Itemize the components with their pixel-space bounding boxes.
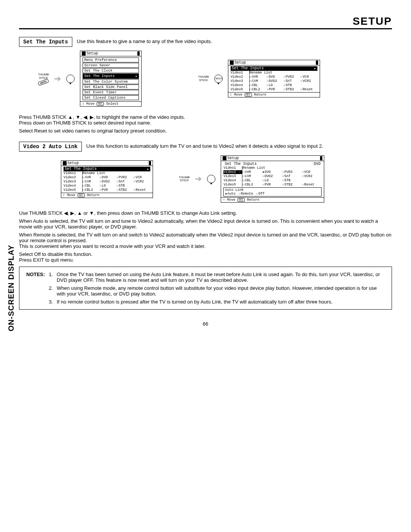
arrow-icon: ➔ <box>54 74 61 84</box>
thumb-stick-label: THUMBSTICK <box>38 73 49 80</box>
instruction-text: This is convenient when you want to reco… <box>19 243 392 249</box>
instruction-text: Press down on THUMB STICK to select desi… <box>19 120 392 126</box>
instruction-text: Press EXIT to quit menu. <box>19 257 392 263</box>
select-icon: SELECT <box>214 75 223 83</box>
section-title-auto-link: Video 2 Auto Link <box>19 142 82 152</box>
instruction-text: When Auto is selected, the TV will turn … <box>19 218 392 230</box>
osd-set-inputs-autolink: Setup Set The InputsDVD Video1Rename Lis… <box>221 155 324 203</box>
section-title-set-inputs: Set The Inputs <box>19 37 72 47</box>
instruction-text: Press THUMB STICK ▲, ▼, ◀, ▶, to highlig… <box>19 114 392 120</box>
thumb-stick-icon <box>207 175 215 183</box>
notes-box: NOTES: 1. Once the TV has been turned on… <box>19 267 392 310</box>
thumb-stick-label: THUMBSTICK <box>198 75 209 82</box>
thumb-stick-icon <box>66 75 75 83</box>
page-number: 66 <box>19 321 392 327</box>
instruction-text: Use THUMB STICK ◀, ▶, ▲ or ▼, then press… <box>19 210 392 216</box>
section-desc: Use this function to automatically turn … <box>86 142 392 149</box>
osd-set-inputs: Setup Set The Inputs▸ Video1Rename ListV… <box>228 60 320 97</box>
osd-setup-menu: Setup Menu PreferenceScreen SaverSet The… <box>80 51 142 107</box>
arrow-icon: ➔ <box>195 174 202 184</box>
instruction-text: Select Reset to set video names to origi… <box>19 128 392 134</box>
osd-set-inputs: Setup Set The Inputs▸ Video1Rename ListV… <box>61 160 153 198</box>
page-header: SETUP <box>19 15 392 29</box>
section-desc: Use this feature to give a name to any o… <box>77 37 392 44</box>
menu-button-icon: MENU <box>38 78 49 86</box>
section-tab: ON-SCREEN DISPLAY <box>7 245 16 331</box>
instruction-text: When Remote is selected, the TV will tur… <box>19 232 392 243</box>
thumb-stick-label: THUMBSTICK <box>179 176 190 182</box>
instruction-text: Select Off to disable this function. <box>19 251 392 257</box>
